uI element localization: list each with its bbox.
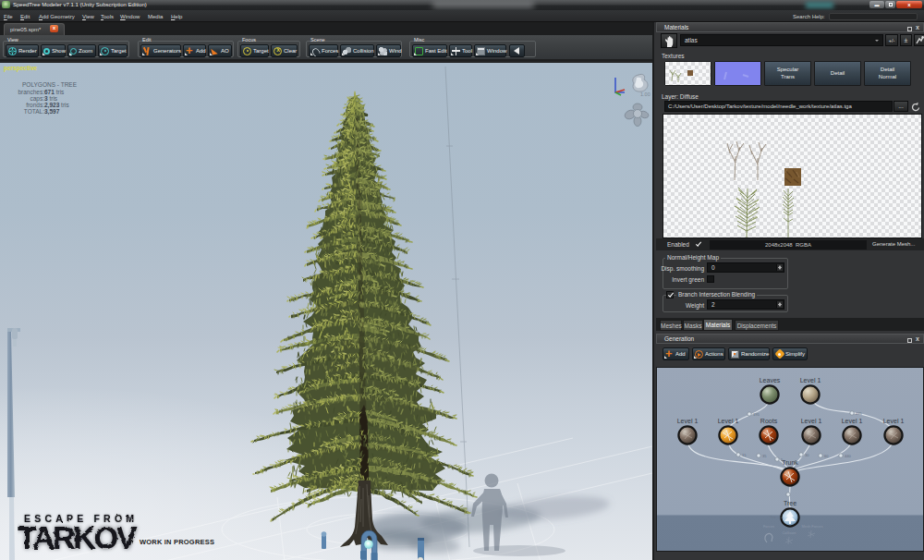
svg-text:Roots: Roots <box>760 418 778 424</box>
svg-text:445: 445 <box>856 411 862 416</box>
svg-text:Leaves: Leaves <box>760 377 781 383</box>
svg-text:Level 1: Level 1 <box>677 418 699 424</box>
svg-text:440: 440 <box>845 454 851 458</box>
svg-text:Level 1: Level 1 <box>883 418 905 424</box>
svg-text:Level 1: Level 1 <box>718 418 739 424</box>
svg-text:195: 195 <box>753 412 760 417</box>
svg-text:Forces: Forces <box>763 524 774 529</box>
svg-text:30: 30 <box>805 453 809 457</box>
svg-text:1.00: 1.00 <box>640 91 650 97</box>
svg-text:TARKOV: TARKOV <box>18 519 138 556</box>
svg-text:60: 60 <box>824 454 829 458</box>
svg-text:35: 35 <box>762 454 767 458</box>
svg-text:Trunk: Trunk <box>782 459 798 466</box>
svg-text:Collision: Collision <box>782 530 796 535</box>
svg-text:Mesh Forces: Mesh Forces <box>801 524 822 529</box>
svg-text:Tree ——: Tree —— <box>770 516 784 519</box>
svg-text:15: 15 <box>742 453 747 457</box>
svg-text:Level 1: Level 1 <box>801 418 822 424</box>
svg-text:Level 1: Level 1 <box>842 418 863 424</box>
svg-text:Level 1: Level 1 <box>800 377 821 383</box>
svg-text:Tree: Tree <box>784 500 796 506</box>
